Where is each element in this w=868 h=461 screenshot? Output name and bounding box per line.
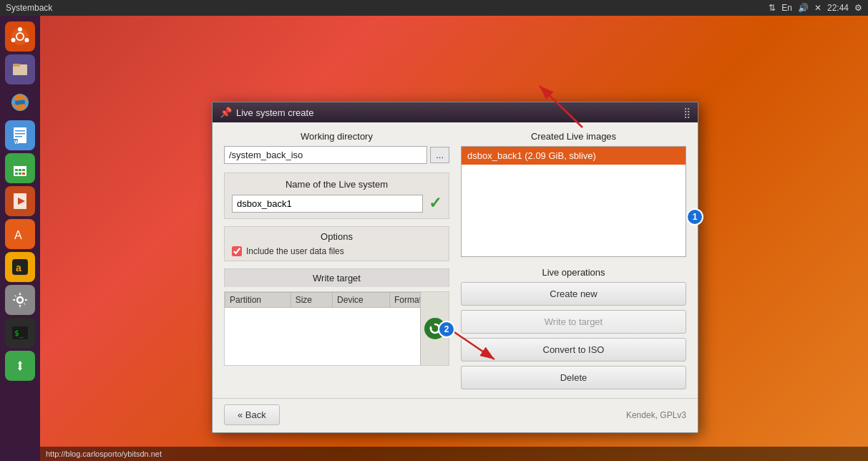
col-size: Size <box>291 293 332 308</box>
sidebar-item-amazon[interactable]: a <box>5 252 35 282</box>
url-text: http://blog.carlosporto/ybitsdn.net <box>46 450 162 458</box>
sidebar-item-ubuntu[interactable] <box>5 21 35 52</box>
dialog-title: Live system create <box>236 107 313 118</box>
sidebar-item-writer[interactable]: W <box>5 120 35 150</box>
desktop: 📌 Live system create ⣿ Working directory… <box>40 16 868 461</box>
dialog-titlebar: 📌 Live system create ⣿ <box>213 102 698 122</box>
bottom-url-bar: http://blog.carlosporto/ybitsdn.net <box>40 447 868 461</box>
svg-point-31 <box>17 297 23 303</box>
create-new-button[interactable]: Create new <box>461 282 686 306</box>
options-section: Options Include the user data files <box>224 226 449 261</box>
footer-credit: Kendek, GPLv3 <box>626 410 686 420</box>
taskbar-right: ⇅ En 🔊 ✕ 22:44 ⚙ <box>769 3 862 13</box>
back-button[interactable]: « Back <box>224 404 280 425</box>
live-system-name-input[interactable] <box>232 195 423 213</box>
pin-icon: 📌 <box>220 107 232 118</box>
dialog-footer: « Back Kendek, GPLv3 <box>213 398 698 432</box>
sort-icon[interactable]: ⇅ <box>769 3 776 13</box>
svg-text:W: W <box>14 140 19 145</box>
right-column: Created Live images dsbox_back1 (2.09 Gi… <box>461 131 686 389</box>
svg-rect-12 <box>15 133 25 135</box>
write-target-table: Partition Size Device Format <box>225 292 449 365</box>
write-target-section: Write target Partition Size Device Forma… <box>224 268 449 366</box>
live-system-name-header: Name of the Live system <box>232 179 442 190</box>
sidebar: W A a $_ <box>0 16 40 461</box>
annotation-1: 1 <box>686 208 703 225</box>
svg-rect-17 <box>14 160 26 166</box>
sidebar-item-calc[interactable] <box>5 153 35 183</box>
col-partition: Partition <box>225 293 291 308</box>
live-ops-header: Live operations <box>461 267 686 278</box>
svg-rect-21 <box>15 173 18 175</box>
write-to-target-button[interactable]: Write to target <box>461 310 686 334</box>
working-dir-header: Working directory <box>224 131 449 142</box>
svg-rect-7 <box>13 64 27 75</box>
convert-to-iso-button[interactable]: Convert to ISO <box>461 338 686 361</box>
image-list-item[interactable]: dsbox_back1 (2.09 GiB, sblive) <box>462 147 686 165</box>
live-ops-section: Create new Write to target Convert to IS… <box>461 282 686 389</box>
annotation-2: 2 <box>438 321 455 338</box>
svg-rect-23 <box>22 173 25 175</box>
volume-icon[interactable]: 🔊 <box>798 3 809 13</box>
svg-rect-18 <box>15 169 18 171</box>
taskbar: Systemback ⇅ En 🔊 ✕ 22:44 ⚙ <box>0 0 868 16</box>
created-images-header: Created Live images <box>461 131 686 142</box>
dialog-body: Working directory ... Name of the Live s… <box>213 122 698 398</box>
working-dir-input[interactable] <box>224 146 427 164</box>
left-column: Working directory ... Name of the Live s… <box>224 131 449 389</box>
valid-checkmark: ✓ <box>429 194 442 213</box>
working-dir-row: ... <box>224 146 449 164</box>
live-system-name-section: Name of the Live system ✓ <box>224 173 449 219</box>
svg-marker-36 <box>429 326 432 329</box>
taskbar-title: Systemback <box>6 3 52 13</box>
svg-rect-20 <box>22 169 25 171</box>
svg-point-4 <box>11 38 16 42</box>
svg-text:A: A <box>14 229 22 241</box>
images-list: dsbox_back1 (2.09 GiB, sblive) <box>461 146 686 257</box>
sidebar-item-files[interactable] <box>5 54 35 84</box>
sidebar-item-update[interactable] <box>5 351 35 381</box>
write-target-header: Write target <box>224 268 449 287</box>
options-header: Options <box>232 231 442 242</box>
col-device: Device <box>333 293 390 308</box>
close-icon[interactable]: ✕ <box>814 3 821 13</box>
grid-icon: ⣿ <box>683 107 691 118</box>
svg-rect-11 <box>15 130 25 132</box>
svg-point-2 <box>18 27 22 31</box>
settings-icon[interactable]: ⚙ <box>854 3 862 13</box>
svg-rect-19 <box>19 169 21 171</box>
write-target-body: Partition Size Device Format <box>224 291 449 366</box>
svg-rect-13 <box>15 136 22 137</box>
include-user-data-label: Include the user data files <box>246 246 344 256</box>
browse-button[interactable]: ... <box>430 147 449 163</box>
svg-point-3 <box>25 38 29 42</box>
svg-rect-22 <box>19 173 21 175</box>
include-user-data-checkbox[interactable] <box>232 246 242 256</box>
sidebar-item-terminal[interactable]: $_ <box>5 318 35 348</box>
sidebar-item-firefox[interactable] <box>5 87 35 117</box>
svg-rect-35 <box>19 364 21 368</box>
delete-button[interactable]: Delete <box>461 366 686 389</box>
write-target-empty-row <box>225 308 449 365</box>
clock: 22:44 <box>827 3 849 13</box>
svg-text:$_: $_ <box>14 329 24 338</box>
sidebar-item-settings[interactable] <box>5 285 35 315</box>
sidebar-item-appstore[interactable]: A <box>5 219 35 249</box>
sidebar-item-impress[interactable] <box>5 186 35 216</box>
lang-indicator[interactable]: En <box>781 3 792 13</box>
dialog-live-system-create: 📌 Live system create ⣿ Working directory… <box>212 102 698 433</box>
svg-text:a: a <box>16 262 21 273</box>
